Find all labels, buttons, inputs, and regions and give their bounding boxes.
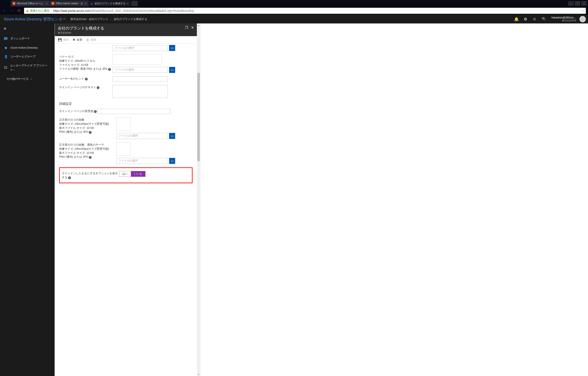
file-select-input[interactable]: ファイルの選択 [116,158,168,164]
breadcrumb-item[interactable]: 株式会社hde - 会社のブランド [71,17,108,21]
file-select-input[interactable]: ファイルの選択 [112,67,168,73]
new-tab-button[interactable] [131,1,138,6]
sidebar-label: エンタープライズ アプリケーシ… [10,64,51,71]
help-icon[interactable]: ?⃝ [539,15,548,23]
tab-title: 会社のブランドを構成する [94,2,126,5]
discard-button[interactable]: ✖ 破棄 [73,38,82,42]
delete-button[interactable]: 🗑 削除 [86,38,96,42]
chevron-right-icon: › [110,17,111,21]
lock-icon: 🔒 [26,9,29,12]
settings-icon[interactable]: ⚙ [521,15,530,23]
right-pane [200,23,588,376]
close-icon[interactable]: × [127,2,128,5]
save-icon: 💾 [58,38,62,42]
info-icon[interactable]: i [89,131,92,134]
avatar[interactable] [579,16,586,22]
browser-tab[interactable]: O Microsoft Office ホーム × [11,0,49,6]
logo-preview [112,55,162,65]
forward-button[interactable]: → [10,9,14,13]
sidebar-item-users[interactable]: 👤 ユーザーとグループ [0,52,55,61]
file-browse-button[interactable]: ▭ [169,158,175,164]
maximize-button[interactable]: ❐ [575,1,580,5]
section-advanced: 詳細設定 [59,102,193,106]
url-text: https://aad.portal.azure.com/#blade/Micr… [53,9,194,12]
field-label-banner: バナー ロゴ 画像サイズ: 280x60 ピクセル ファイル サイズ: 10 K… [59,55,112,71]
toggle-yes[interactable]: はい [119,171,131,177]
scroll-up-icon[interactable]: ▴ [197,23,200,27]
blade-body: ファイルの選択 ▭ バナー ロゴ 画像サイズ: 280x60 ピクセル ファイル… [55,44,197,376]
sidebar-label: その他のサービス [6,77,29,81]
file-browse-button[interactable]: ▭ [169,45,175,51]
notifications-icon[interactable]: 🔔 [512,15,521,23]
blade: 会社のブランドを構成する 株式会社hde ❐ ✕ 💾 保存 ✖ 破棄 🗑 削除 [55,23,197,376]
blade-subtitle: 株式会社hde [58,31,104,34]
back-button[interactable]: ← [2,9,6,13]
secure-label: 保護された通信 [30,9,49,13]
user-org: 株式会社HDE [551,19,576,22]
signin-text-input[interactable] [112,85,168,98]
menu-toggle-icon[interactable]: ≡ [0,23,55,34]
browser-chrome: O Microsoft Office ホーム × O Office Admin … [0,0,588,15]
url-input[interactable]: 🔒 保護された通信 | https://aad.portal.azure.com… [24,8,586,14]
delete-label: 削除 [91,38,96,42]
scroll-down-icon[interactable]: ▾ [197,373,200,376]
sidebar-label: ダッシュボード [10,37,30,40]
discard-icon: ✖ [73,38,75,42]
file-select-input[interactable]: ファイルの選択 [116,133,168,139]
save-label: 保存 [63,38,69,42]
header-icons: 🔔 ⚙ ☺ ?⃝ hdeadmin@365con… 株式会社HDE [512,15,588,23]
file-browse-button[interactable]: ▭ [169,67,175,73]
sidebar-item-apps[interactable]: エンタープライズ アプリケーシ… [0,61,55,74]
aad-icon: ◆ [4,46,8,49]
info-icon[interactable]: i [68,176,71,179]
info-icon[interactable]: i [85,78,88,80]
user-menu[interactable]: hdeadmin@365con… 株式会社HDE [548,16,578,22]
field-label-bgcolor: サインイン ページの背景色i [59,109,97,113]
breadcrumb-item[interactable]: 会社のブランドを構成する [114,17,147,21]
info-icon[interactable]: i [94,110,97,113]
chevron-right-icon: › [31,77,31,81]
blade-wrap: 会社のブランドを構成する 株式会社hde ❐ ✕ 💾 保存 ✖ 破棄 🗑 削除 [55,23,200,376]
browser-tab[interactable]: O Office Admin center - ホ × [50,0,88,6]
save-button[interactable]: 💾 保存 [58,38,69,42]
office-favicon: O [51,2,54,5]
bgcolor-input[interactable] [97,109,170,114]
close-icon[interactable]: × [46,2,48,5]
sidebar-item-aad[interactable]: ◆ Azure Active Directory [0,43,55,52]
close-icon[interactable]: × [85,2,87,5]
info-icon[interactable]: i [89,156,92,159]
sidebar-item-dashboard[interactable]: ダッシュボード [0,34,55,43]
office-favicon: O [12,2,15,5]
username-hint-input[interactable] [112,76,168,81]
info-icon[interactable]: i [108,68,111,71]
file-browse-button[interactable]: ▭ [169,133,175,139]
sidebar-other-services[interactable]: その他のサービス › [0,74,55,84]
feedback-icon[interactable]: ☺ [530,15,539,23]
browser-tab-active[interactable]: ▲ 会社のブランドを構成する × [89,0,130,6]
users-icon: 👤 [4,55,8,58]
blade-header: 会社のブランドを構成する 株式会社hde ❐ ✕ [55,23,197,36]
sidebar: ≡ ダッシュボード ◆ Azure Active Directory 👤 ユーザ… [0,23,55,376]
close-blade-icon[interactable]: ✕ [191,26,194,30]
blade-toolbar: 💾 保存 ✖ 破棄 🗑 削除 [55,36,197,44]
toggle-no[interactable]: いいえ [131,171,145,177]
minimize-button[interactable]: — [569,1,573,5]
reload-button[interactable]: ⟳ [17,8,21,13]
tab-title: Office Admin center - ホ [56,2,84,5]
stay-signed-in-toggle[interactable]: はい いいえ [119,171,146,177]
logo-preview [116,117,131,131]
scrollbar[interactable]: ▴ ▾ [197,23,200,376]
restore-icon[interactable]: ❐ [185,26,188,30]
scroll-thumb[interactable] [197,73,200,161]
user-email: hdeadmin@365con… [551,16,576,19]
main-layout: ≡ ダッシュボード ◆ Azure Active Directory 👤 ユーザ… [0,23,588,376]
portal-logo[interactable]: Azure Active Directory 管理センター [4,17,66,22]
tab-title: Microsoft Office ホーム [17,2,45,5]
sidebar-label: Azure Active Directory [10,46,38,49]
field-label-square-logo-dark: 正方形のロゴの画像、濃色のテーマ 画像サイズ: 240x240px(サイズ変更可… [59,142,116,159]
file-select-input[interactable]: ファイルの選択 [112,45,168,51]
info-icon[interactable]: i [97,86,99,89]
close-window-button[interactable]: ✕ [582,1,586,5]
bookmark-icon[interactable]: ☆ [581,9,584,13]
dashboard-icon [4,37,8,40]
